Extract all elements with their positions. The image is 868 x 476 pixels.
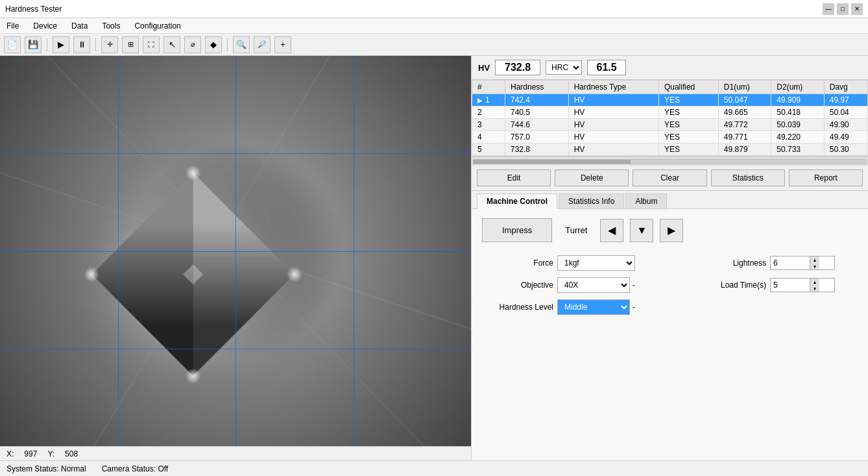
delete-button[interactable]: Delete <box>555 169 629 186</box>
tool-zoom-out[interactable]: 🔎 <box>254 36 271 53</box>
col-hardness: Hardness <box>505 81 568 94</box>
turret-label: Turret <box>565 225 587 235</box>
objective-row: 10X 40X 100X - <box>557 277 635 293</box>
tool-play[interactable]: ▶ <box>53 36 69 53</box>
hardness-level-label: Hardness Level <box>482 303 553 312</box>
tool-measure[interactable]: ⌀ <box>184 36 201 53</box>
tool-zoom-in[interactable]: 🔍 <box>233 36 250 53</box>
table-scrollbar[interactable] <box>472 157 868 166</box>
maximize-button[interactable]: □ <box>837 3 849 15</box>
window-controls: — □ ✕ <box>823 3 863 15</box>
row-data-cell: 49.879 <box>718 144 771 156</box>
row-data-cell: HV <box>568 106 658 119</box>
coord-bar: X: 997 Y: 508 <box>0 446 471 460</box>
row-data-cell: 49.909 <box>771 94 824 106</box>
tool-frame[interactable]: ⛶ <box>143 36 160 53</box>
tool-diamond[interactable]: ◆ <box>205 36 222 53</box>
close-button[interactable]: ✕ <box>851 3 863 15</box>
objective-indicator: - <box>633 281 635 290</box>
hv-type-select[interactable]: HRC HV HB <box>546 60 582 75</box>
menu-tools[interactable]: Tools <box>99 20 123 32</box>
lightness-down[interactable]: ▼ <box>810 263 819 269</box>
tab-statistics-info[interactable]: Statistics Info <box>559 194 624 208</box>
impress-row: Impress Turret ◀ ▼ ▶ <box>482 218 858 242</box>
lightness-label: Lightness <box>695 258 766 268</box>
col-type: Hardness Type <box>568 81 658 94</box>
minimize-button[interactable]: — <box>823 3 834 15</box>
lightness-up[interactable]: ▲ <box>810 257 819 263</box>
tab-album[interactable]: Album <box>625 194 667 208</box>
tool-crosshair[interactable]: ✛ <box>101 36 118 53</box>
clear-button[interactable]: Clear <box>633 169 706 186</box>
row-data-cell: 50.733 <box>771 144 824 156</box>
row-data-cell: 732.8 <box>505 144 568 156</box>
force-select[interactable]: 1kgf 2kgf 5kgf 10kgf <box>557 255 635 271</box>
table-row[interactable]: ▶1742.4HVYES50.04749.90949.97 <box>472 94 868 106</box>
report-button[interactable]: Report <box>789 169 863 186</box>
menu-data[interactable]: Data <box>69 20 90 32</box>
col-d2: D2(um) <box>771 81 824 94</box>
tool-cursor[interactable]: ↖ <box>163 36 180 53</box>
tool-grid[interactable]: ⊞ <box>122 36 139 53</box>
impress-button[interactable]: Impress <box>482 218 552 242</box>
tab-machine-control[interactable]: Machine Control <box>477 194 557 209</box>
tool-new[interactable]: 📄 <box>4 36 21 53</box>
load-time-input[interactable] <box>771 279 810 292</box>
scroll-thumb[interactable] <box>474 160 631 164</box>
load-time-down[interactable]: ▼ <box>810 285 819 292</box>
row-data-cell: 49.49 <box>824 131 867 144</box>
table-row[interactable]: 5732.8HVYES49.87950.73350.30 <box>472 144 868 156</box>
lightness-input[interactable] <box>771 257 810 269</box>
menu-file[interactable]: File <box>4 20 21 32</box>
scroll-track[interactable] <box>473 159 867 164</box>
turret-left-button[interactable]: ◀ <box>600 219 623 242</box>
toolbar: 📄 💾 ▶ ⏸ ✛ ⊞ ⛶ ↖ ⌀ ◆ 🔍 🔎 + <box>0 34 868 56</box>
guide-v2 <box>354 56 354 446</box>
system-status: System Status: Normal <box>6 464 86 473</box>
row-data-cell: HV <box>568 94 658 106</box>
objective-select[interactable]: 10X 40X 100X <box>557 277 630 293</box>
hardness-level-select[interactable]: Low Middle High <box>557 299 630 315</box>
machine-control-panel: Impress Turret ◀ ▼ ▶ Force 1kgf 2kgf 5kg… <box>472 209 868 460</box>
tool-pause[interactable]: ⏸ <box>73 36 90 53</box>
edit-button[interactable]: Edit <box>477 169 551 186</box>
table-row[interactable]: 3744.6HVYES49.77250.03949.90 <box>472 119 868 131</box>
col-d1: D1(um) <box>718 81 771 94</box>
row-id-cell: 5 <box>472 144 505 156</box>
menu-device[interactable]: Device <box>30 20 60 32</box>
row-data-cell: HV <box>568 144 658 156</box>
row-data-cell: 49.220 <box>771 131 824 144</box>
table-body: ▶1742.4HVYES50.04749.90949.972740.5HVYES… <box>472 94 868 156</box>
menu-configuration[interactable]: Configuration <box>132 20 183 32</box>
toolbar-separator-2 <box>95 38 96 51</box>
row-data-cell: YES <box>658 106 718 119</box>
camera-panel: X: 997 Y: 508 <box>0 56 471 460</box>
action-buttons: Edit Delete Clear Statistics Report <box>472 166 868 191</box>
lightness-spinner[interactable]: ▲ ▼ <box>770 256 835 270</box>
table-row[interactable]: 4757.0HVYES49.77149.22049.49 <box>472 131 868 144</box>
row-id-cell: ▶1 <box>472 94 505 106</box>
row-data-cell: 49.97 <box>824 94 867 106</box>
camera-view <box>0 56 471 446</box>
tool-save[interactable]: 💾 <box>25 36 42 53</box>
statistics-button[interactable]: Statistics <box>711 169 785 186</box>
row-data-cell: YES <box>658 119 718 131</box>
objective-label: Objective <box>482 281 553 290</box>
row-id-cell: 2 <box>472 106 505 119</box>
turret-down-button[interactable]: ▼ <box>630 219 653 242</box>
y-label: Y: <box>47 449 54 458</box>
table-row[interactable]: 2740.5HVYES49.66550.41850.04 <box>472 106 868 119</box>
load-time-up[interactable]: ▲ <box>810 279 819 285</box>
camera-status: Camera Status: Off <box>102 464 169 473</box>
row-id-cell: 4 <box>472 131 505 144</box>
settings-form: Force 1kgf 2kgf 5kgf 10kgf Lightness ▲ ▼ <box>482 255 858 315</box>
force-label: Force <box>482 258 553 268</box>
hv-label: HV <box>478 63 490 73</box>
turret-right-button[interactable]: ▶ <box>660 219 683 242</box>
load-time-label: Load Time(s) <box>695 281 766 290</box>
row-data-cell: YES <box>658 144 718 156</box>
hardness-level-row: Low Middle High - <box>557 299 635 315</box>
hv-value: 732.8 <box>495 60 540 75</box>
load-time-spinner[interactable]: ▲ ▼ <box>770 278 835 292</box>
tool-add[interactable]: + <box>274 36 291 53</box>
